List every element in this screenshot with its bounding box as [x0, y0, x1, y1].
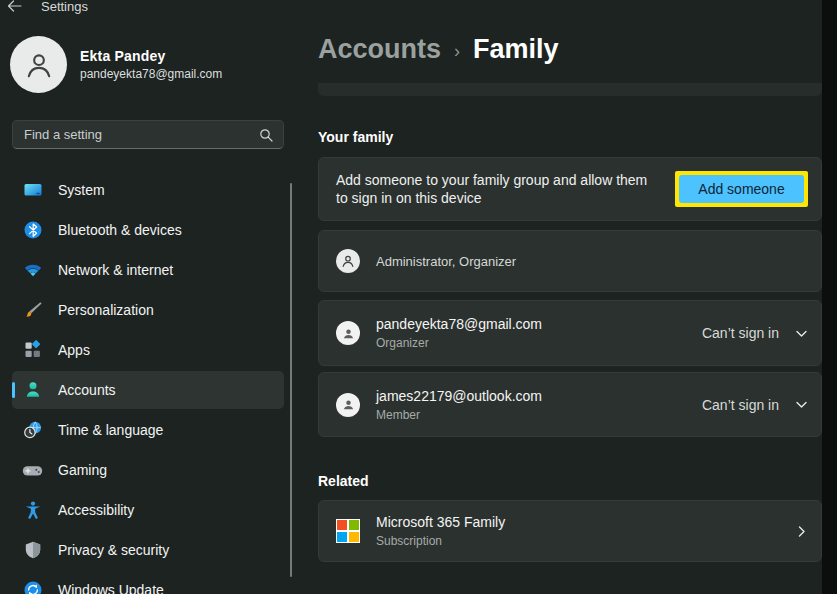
breadcrumb-separator-icon: ›	[454, 41, 460, 62]
profile-email: pandeyekta78@gmail.com	[80, 67, 222, 81]
page-title: Family	[473, 34, 559, 65]
accounts-icon	[22, 380, 43, 400]
search-input[interactable]	[13, 127, 259, 142]
accessibility-icon	[22, 500, 43, 520]
signin-status: Can’t sign in	[702, 325, 779, 341]
privacy-security-icon	[22, 540, 43, 560]
sidebar-item-label: Privacy & security	[58, 542, 169, 558]
time-language-icon	[22, 420, 43, 440]
sidebar-item-label: Accounts	[58, 382, 116, 398]
microsoft-logo-icon	[336, 519, 360, 543]
member-name: pandeyekta78@gmail.com	[376, 316, 542, 332]
member-avatar-icon	[336, 321, 360, 345]
member-text: james22179@outlook.com Member	[376, 388, 542, 422]
related-title: Microsoft 365 Family	[376, 514, 505, 530]
member-row-organizer[interactable]: pandeyekta78@gmail.com Organizer Can’t s…	[318, 300, 822, 366]
ms-logo-yellow-square	[349, 532, 359, 542]
add-someone-card: Add someone to your family group and all…	[318, 157, 822, 221]
member-text: Administrator, Organizer	[376, 254, 516, 269]
member-right: Can’t sign in	[702, 325, 809, 341]
desktop-edge	[822, 0, 837, 594]
member-row-administrator[interactable]: Administrator, Organizer	[318, 230, 822, 292]
member-row-member[interactable]: james22179@outlook.com Member Can’t sign…	[318, 372, 822, 437]
gaming-icon	[22, 460, 43, 480]
profile-avatar-icon	[10, 36, 67, 93]
administrator-avatar-icon	[336, 249, 360, 273]
member-name: james22179@outlook.com	[376, 388, 542, 404]
system-icon	[22, 180, 43, 200]
sidebar-nav: System Bluetooth & devices Network & int…	[12, 171, 284, 594]
search-icon	[259, 128, 273, 142]
sidebar-item-windows-update[interactable]: Windows Update	[12, 571, 284, 594]
network-icon	[22, 260, 43, 280]
sidebar-item-bluetooth-devices[interactable]: Bluetooth & devices	[12, 211, 284, 249]
sidebar-item-personalization[interactable]: Personalization	[12, 291, 284, 329]
sidebar-item-label: Bluetooth & devices	[58, 222, 182, 238]
search-box	[12, 120, 284, 149]
sidebar-item-label: Apps	[58, 342, 90, 358]
sidebar-scrollbar[interactable]	[290, 183, 292, 577]
sidebar-item-label: Gaming	[58, 462, 107, 478]
chevron-down-icon[interactable]	[794, 397, 809, 412]
sidebar-item-label: Windows Update	[58, 582, 164, 594]
sidebar-item-label: Time & language	[58, 422, 163, 438]
member-role: Organizer	[376, 336, 542, 350]
sidebar-item-gaming[interactable]: Gaming	[12, 451, 284, 489]
chevron-right-icon[interactable]	[794, 524, 809, 539]
sidebar-item-label: System	[58, 182, 105, 198]
profile-card[interactable]: Ekta Pandey pandeyekta78@gmail.com	[10, 36, 222, 93]
apps-icon	[22, 340, 43, 360]
related-heading: Related	[318, 473, 369, 489]
related-text: Microsoft 365 Family Subscription	[376, 514, 505, 548]
related-right	[794, 524, 809, 539]
sidebar-item-label: Accessibility	[58, 502, 134, 518]
sidebar-item-apps[interactable]: Apps	[12, 331, 284, 369]
member-right: Can’t sign in	[702, 397, 809, 413]
member-avatar-icon	[336, 393, 360, 417]
member-role: Member	[376, 408, 542, 422]
profile-info: Ekta Pandey pandeyekta78@gmail.com	[80, 48, 222, 81]
breadcrumb-accounts[interactable]: Accounts	[318, 34, 441, 65]
your-family-heading: Your family	[318, 129, 393, 145]
selected-accent-bar	[12, 382, 15, 398]
member-text: pandeyekta78@gmail.com Organizer	[376, 316, 542, 350]
sidebar-item-system[interactable]: System	[12, 171, 284, 209]
main-content: Accounts › Family Your family Add someon…	[318, 0, 822, 594]
add-someone-button[interactable]: Add someone	[679, 175, 804, 203]
personalization-icon	[22, 300, 43, 320]
sidebar: Ekta Pandey pandeyekta78@gmail.com Syste…	[0, 0, 300, 594]
partially-scrolled-card	[318, 83, 822, 96]
profile-name: Ekta Pandey	[80, 48, 222, 64]
sidebar-item-accessibility[interactable]: Accessibility	[12, 491, 284, 529]
sidebar-item-accounts[interactable]: Accounts	[12, 371, 284, 409]
sidebar-item-label: Network & internet	[58, 262, 173, 278]
related-row-microsoft-365[interactable]: Microsoft 365 Family Subscription	[318, 500, 822, 562]
add-someone-description: Add someone to your family group and all…	[336, 171, 654, 208]
member-name: Administrator, Organizer	[376, 254, 516, 269]
signin-status: Can’t sign in	[702, 397, 779, 413]
sidebar-item-label: Personalization	[58, 302, 154, 318]
windows-update-icon	[22, 580, 43, 594]
related-subtitle: Subscription	[376, 534, 505, 548]
sidebar-item-time-language[interactable]: Time & language	[12, 411, 284, 449]
chevron-down-icon[interactable]	[794, 326, 809, 341]
ms-logo-green-square	[349, 520, 359, 530]
sidebar-item-privacy-security[interactable]: Privacy & security	[12, 531, 284, 569]
bluetooth-icon	[22, 220, 43, 240]
sidebar-item-network-internet[interactable]: Network & internet	[12, 251, 284, 289]
ms-logo-blue-square	[337, 532, 347, 542]
highlight-annotation-box: Add someone	[675, 171, 808, 207]
ms-logo-red-square	[337, 520, 347, 530]
breadcrumb: Accounts › Family	[318, 34, 559, 65]
